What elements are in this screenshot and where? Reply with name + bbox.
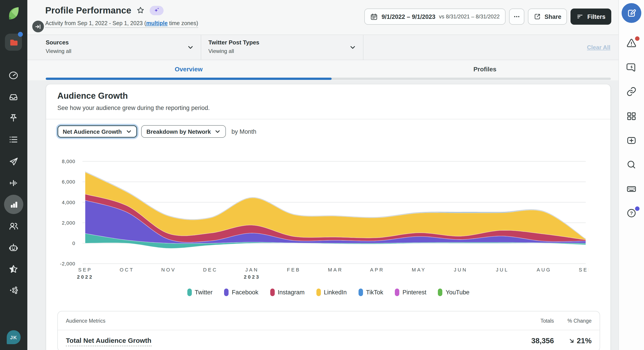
user-avatar[interactable]: JK xyxy=(7,330,20,344)
timezones-link[interactable]: multiple xyxy=(146,20,168,27)
svg-text:2022: 2022 xyxy=(77,274,94,280)
bar-chart-icon xyxy=(8,199,19,210)
legend-item-tiktok[interactable]: TikTok xyxy=(358,288,383,296)
active-tab-indicator xyxy=(46,78,332,80)
date-range-value: 9/1/2022 – 9/1/2023 xyxy=(382,13,436,20)
svg-text:6,000: 6,000 xyxy=(62,179,75,185)
sidebar-item-network[interactable] xyxy=(8,285,19,296)
filters-button[interactable]: Filters xyxy=(571,9,611,25)
chart-x-axis: SEP2022OCTNOVDECJAN2023FEBMARAPRMAYJUNJU… xyxy=(77,267,588,280)
link-icon xyxy=(626,86,637,97)
grid-icon xyxy=(626,111,637,122)
sidebar-item-inbox[interactable] xyxy=(8,92,19,102)
arrow-down-right-icon xyxy=(568,337,575,344)
metric-name[interactable]: Total Net Audience Growth xyxy=(66,336,152,346)
legend-label: Pinterest xyxy=(402,289,426,296)
favorite-star-button[interactable] xyxy=(136,6,145,15)
sources-filter[interactable]: Sources Viewing all xyxy=(27,35,201,60)
table-row: Total Net Audience Growth 38,356 21% xyxy=(58,330,600,350)
more-options-button[interactable] xyxy=(509,9,524,25)
sidebar-item-listening[interactable] xyxy=(8,178,19,189)
people-icon xyxy=(8,221,19,232)
left-sidebar: JK xyxy=(0,0,27,350)
tab-profiles[interactable]: Profiles xyxy=(332,60,638,78)
create-new-button[interactable] xyxy=(626,135,637,146)
right-sidebar: ? xyxy=(618,0,644,350)
legend-item-pinterest[interactable]: Pinterest xyxy=(395,288,426,296)
chevron-down-icon xyxy=(126,128,132,134)
sidebar-item-publishing[interactable] xyxy=(8,156,19,167)
metric-change: 21% xyxy=(554,336,592,345)
col-percent-change: % Change xyxy=(554,318,592,323)
share-export-icon xyxy=(534,13,541,20)
svg-text:FEB: FEB xyxy=(287,267,300,273)
chevron-down-icon xyxy=(187,44,194,51)
sidebar-item-tasks[interactable] xyxy=(8,134,19,145)
sources-filter-label: Sources xyxy=(46,39,201,46)
share-button[interactable]: Share xyxy=(528,9,567,25)
legend-item-linkedin[interactable]: LinkedIn xyxy=(316,288,347,296)
metric-select[interactable]: Net Audience Growth xyxy=(57,125,137,138)
pinterest-swatch xyxy=(395,288,399,296)
report-tabs: Overview Profiles xyxy=(27,60,618,80)
keyboard-shortcuts-button[interactable] xyxy=(626,184,637,194)
date-compare-value: vs 8/31/2021 – 8/31/2022 xyxy=(439,14,500,20)
legend-item-youtube[interactable]: YouTube xyxy=(438,288,470,296)
tiktok-swatch xyxy=(358,288,363,296)
dashboard-gauge-icon xyxy=(8,70,19,81)
page-header: Profile Performance Activity from Sep 1,… xyxy=(27,0,618,35)
svg-text:MAR: MAR xyxy=(328,267,343,273)
expand-sidebar-button[interactable] xyxy=(31,20,45,33)
search-button[interactable] xyxy=(626,159,637,170)
svg-text:MAY: MAY xyxy=(412,267,426,273)
waveform-icon xyxy=(8,178,19,189)
section-title: Audience Growth xyxy=(57,91,128,101)
ai-assist-badge[interactable] xyxy=(150,6,164,15)
linkedin-swatch xyxy=(316,288,321,296)
app-root: JK Profile Performance Activity from Se xyxy=(0,0,644,350)
post-types-filter-label: Twitter Post Types xyxy=(208,39,363,46)
post-types-filter[interactable]: Twitter Post Types Viewing all xyxy=(201,35,364,60)
svg-text:SEP: SEP xyxy=(579,267,588,273)
sidebar-item-dashboard[interactable] xyxy=(8,70,19,81)
folders-tile[interactable] xyxy=(5,34,22,51)
svg-text:APR: APR xyxy=(370,267,384,273)
legend-item-facebook[interactable]: Facebook xyxy=(224,288,258,296)
svg-text:JUN: JUN xyxy=(454,267,468,273)
sparkles-icon xyxy=(153,7,160,14)
filter-bar: Sources Viewing all Twitter Post Types V… xyxy=(27,35,618,60)
keyboard-icon xyxy=(626,184,637,194)
facebook-swatch xyxy=(224,288,229,296)
legend-item-instagram[interactable]: Instagram xyxy=(270,288,304,296)
col-totals: Totals xyxy=(509,318,554,323)
sidebar-item-influencers[interactable] xyxy=(8,221,19,232)
metric-total: 38,356 xyxy=(509,336,554,345)
compose-button[interactable] xyxy=(622,3,641,23)
area-linkedin xyxy=(85,172,586,240)
svg-text:NOV: NOV xyxy=(161,267,176,273)
svg-text:8,000: 8,000 xyxy=(62,159,75,164)
svg-text:2,000: 2,000 xyxy=(62,220,75,226)
svg-text:SEP: SEP xyxy=(78,267,92,273)
clear-all-link[interactable]: Clear All xyxy=(587,44,610,51)
feedback-button[interactable] xyxy=(626,62,637,73)
date-range-button[interactable]: 9/1/2022 – 9/1/2023 vs 8/31/2021 – 8/31/… xyxy=(364,9,506,25)
sidebar-item-automation[interactable] xyxy=(8,242,19,253)
dots-cluster-icon xyxy=(8,285,19,296)
help-notification-dot xyxy=(635,206,640,211)
pin-icon xyxy=(8,113,19,123)
quick-link-button[interactable] xyxy=(626,86,637,97)
svg-text:JAN: JAN xyxy=(245,267,259,273)
apps-grid-button[interactable] xyxy=(626,111,637,122)
svg-text:4,000: 4,000 xyxy=(62,200,75,205)
report-period-subtitle: Activity from Sep 1, 2022 - Sep 1, 2023 … xyxy=(45,20,198,27)
legend-item-twitter[interactable]: Twitter xyxy=(187,288,213,296)
tab-overview[interactable]: Overview xyxy=(46,60,332,78)
sidebar-item-favorites[interactable] xyxy=(8,264,19,275)
svg-text:AUG: AUG xyxy=(537,267,552,273)
page-title: Profile Performance xyxy=(45,6,131,16)
sidebar-item-pinned[interactable] xyxy=(8,113,19,123)
sources-filter-value: Viewing all xyxy=(46,48,201,54)
breakdown-select[interactable]: Breakdown by Network xyxy=(141,125,226,138)
sidebar-item-reports[interactable] xyxy=(8,199,19,210)
